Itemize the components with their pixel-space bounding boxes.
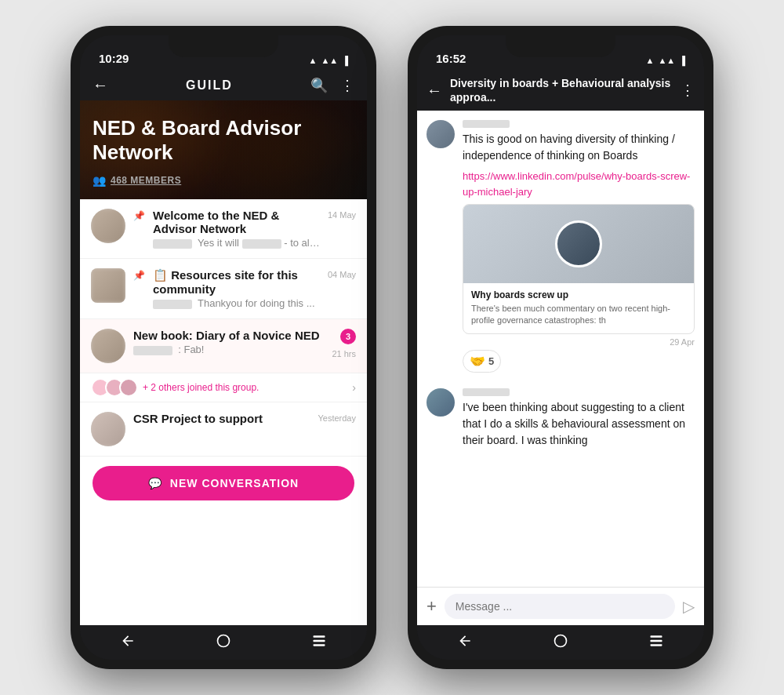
conv-meta-2: 04 May xyxy=(328,268,356,279)
conv-meta-3: 3 21 hrs xyxy=(332,329,356,358)
members-row[interactable]: 👥 468 MEMBERS xyxy=(93,174,354,187)
conv-content-1: Welcome to the NED & Advisor Network Yes… xyxy=(153,209,320,249)
battery-icon: ▐ xyxy=(342,56,348,65)
chat-more-icon[interactable]: ⋮ xyxy=(681,82,695,99)
guild-nav-bar: ← GUILD 🔍 ⋮ xyxy=(80,70,367,100)
msg-sender-2 xyxy=(463,388,510,396)
blurred-name-4 xyxy=(133,346,172,355)
home-nav-button[interactable] xyxy=(212,629,235,653)
chat-back-button[interactable]: ← xyxy=(426,82,442,100)
phone-notch-right xyxy=(506,35,615,57)
msg-bubble-2: I've been thinking about suggesting to a… xyxy=(463,388,695,453)
reaction-emoji-1: 🤝 xyxy=(470,354,485,369)
home-nav-button-right[interactable] xyxy=(549,629,572,653)
conv-preview-1: Yes it will - to all ... xyxy=(153,237,320,249)
conv-item-diary[interactable]: New book: Diary of a Novice NED : Fab! 3… xyxy=(80,319,367,373)
conv-title-2: 📋 Resources site for this community xyxy=(153,268,320,296)
blurred-name-2 xyxy=(242,239,281,249)
join-notification: + 2 others joined this group. › xyxy=(80,373,367,402)
left-phone: 10:29 ▲ ▲▲ ▐ ← GUILD 🔍 ⋮ NED & Board Adv… xyxy=(71,26,376,669)
members-count[interactable]: 468 MEMBERS xyxy=(111,175,181,186)
msg-avatar-2 xyxy=(426,388,455,417)
link-preview-title: Why boards screw up xyxy=(471,289,686,300)
join-avatar-3 xyxy=(119,378,138,397)
svg-rect-1 xyxy=(314,635,325,638)
bottom-nav-left xyxy=(80,625,367,660)
join-info: + 2 others joined this group. xyxy=(91,378,259,397)
menu-nav-button-right[interactable] xyxy=(644,629,668,653)
svg-rect-5 xyxy=(651,635,662,638)
msg-bubble-1: This is good on having diversity of thin… xyxy=(463,120,695,372)
new-conversation-button[interactable]: 💬 NEW CONVERSATION xyxy=(93,466,354,500)
add-attachment-button[interactable]: + xyxy=(426,596,437,617)
signal-icon-right: ▲▲ xyxy=(658,56,675,65)
bottom-nav-right xyxy=(417,625,704,660)
svg-rect-3 xyxy=(314,644,325,646)
more-icon[interactable]: ⋮ xyxy=(340,77,354,94)
conv-item-welcome[interactable]: 📌 Welcome to the NED & Advisor Network Y… xyxy=(80,199,367,259)
svg-point-0 xyxy=(218,635,230,647)
avatar-3 xyxy=(91,329,125,363)
pin-icon-2: 📌 xyxy=(133,270,145,281)
chat-nav-bar: ← Diversity in boards + Behavioural anal… xyxy=(417,70,704,111)
link-preview-1[interactable]: Why boards screw up There's been much co… xyxy=(463,204,695,334)
conv-time-1: 14 May xyxy=(328,210,356,220)
svg-rect-6 xyxy=(651,640,662,642)
avatar-4 xyxy=(91,412,125,446)
send-button[interactable]: ▷ xyxy=(683,597,695,616)
wifi-icon: ▲ xyxy=(309,56,318,65)
avatar-1 xyxy=(91,209,125,243)
conv-title-3: New book: Diary of a Novice NED xyxy=(133,329,324,342)
msg-link-1[interactable]: https://www.linkedin.com/pulse/why-board… xyxy=(463,170,690,197)
right-phone-screen: 16:52 ▲ ▲▲ ▐ ← Diversity in boards + Beh… xyxy=(417,35,704,660)
back-nav-button[interactable] xyxy=(116,629,140,653)
battery-icon-right: ▐ xyxy=(679,56,685,65)
members-icon: 👥 xyxy=(93,174,106,187)
conv-content-2: 📋 Resources site for this community Than… xyxy=(153,268,320,309)
link-preview-image xyxy=(463,205,694,283)
msg-sender-1 xyxy=(463,120,510,128)
link-preview-desc: There's been much commentary on two rece… xyxy=(471,303,686,327)
msg-date-1: 29 Apr xyxy=(463,337,695,347)
avatar-2 xyxy=(91,268,125,303)
status-icons-left: ▲ ▲▲ ▐ xyxy=(309,56,348,65)
fab-label: NEW CONVERSATION xyxy=(170,477,299,489)
conv-preview-3: : Fab! xyxy=(133,344,324,355)
fab-container: 💬 NEW CONVERSATION xyxy=(80,457,367,510)
wifi-icon-right: ▲ xyxy=(646,56,655,65)
chat-messages: This is good on having diversity of thin… xyxy=(417,111,704,587)
msg-text-2: I've been thinking about suggesting to a… xyxy=(463,399,695,449)
conv-time-3: 21 hrs xyxy=(332,349,356,358)
svg-point-4 xyxy=(555,635,567,647)
conv-title-1: Welcome to the NED & Advisor Network xyxy=(153,209,320,235)
blurred-name-1 xyxy=(153,239,192,249)
chevron-icon[interactable]: › xyxy=(352,381,356,394)
conv-meta-4: Yesterday xyxy=(318,412,356,423)
conv-item-resources[interactable]: 📌 📋 Resources site for this community Th… xyxy=(80,259,367,319)
left-phone-screen: 10:29 ▲ ▲▲ ▐ ← GUILD 🔍 ⋮ NED & Board Adv… xyxy=(80,35,367,660)
blurred-name-3 xyxy=(153,300,192,309)
fab-icon: 💬 xyxy=(148,477,162,489)
svg-rect-7 xyxy=(651,644,662,646)
join-text: + 2 others joined this group. xyxy=(143,382,259,393)
back-nav-button-right[interactable] xyxy=(453,629,477,653)
conv-item-csr[interactable]: CSR Project to support Yesterday xyxy=(80,402,367,457)
conv-time-2: 04 May xyxy=(328,270,356,279)
status-time-left: 10:29 xyxy=(99,52,129,65)
chat-title: Diversity in boards + Behavioural analys… xyxy=(450,76,673,104)
unread-badge-3: 3 xyxy=(340,329,356,344)
group-title: NED & Board Advisor Network xyxy=(93,116,354,165)
search-icon[interactable]: 🔍 xyxy=(310,77,328,94)
msg-text-1: This is good on having diversity of thin… xyxy=(463,131,695,164)
conv-time-4: Yesterday xyxy=(318,413,356,423)
signal-icon: ▲▲ xyxy=(321,56,338,65)
conv-preview-2: Thankyou for doing this ... xyxy=(153,297,320,309)
menu-nav-button[interactable] xyxy=(307,629,331,653)
conversation-list: 📌 Welcome to the NED & Advisor Network Y… xyxy=(80,199,367,625)
message-input[interactable] xyxy=(445,594,675,619)
reaction-row-1[interactable]: 🤝 5 xyxy=(463,350,501,373)
msg-avatar-1 xyxy=(426,120,455,148)
back-button[interactable]: ← xyxy=(93,76,108,94)
message-2: I've been thinking about suggesting to a… xyxy=(426,388,695,453)
conv-content-4: CSR Project to support xyxy=(133,412,310,427)
